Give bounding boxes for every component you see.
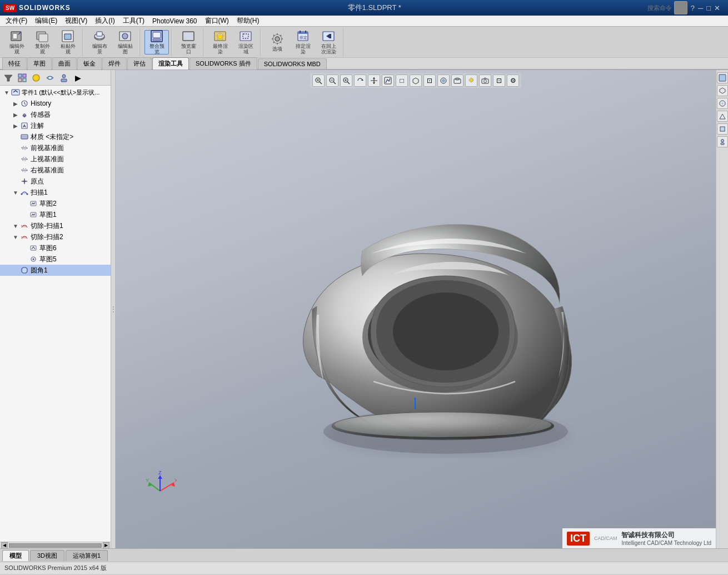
- vp-model-color-btn[interactable]: [437, 75, 450, 87]
- schedule-render-button[interactable]: 排定 排定渲染: [291, 30, 315, 54]
- render-region-button[interactable]: 渲染区域: [233, 30, 258, 54]
- tree-top-plane[interactable]: 上视基准面: [0, 153, 111, 165]
- tree-history[interactable]: ▶ History: [0, 98, 111, 109]
- tab-sketch[interactable]: 草图: [27, 57, 52, 70]
- feature-tree-icons-btn4[interactable]: [58, 72, 70, 84]
- rp-btn1[interactable]: [717, 72, 728, 83]
- rp-btn2[interactable]: [717, 85, 728, 96]
- tree-cut-sweep2[interactable]: ▼ 切除-扫描2: [0, 231, 111, 242]
- vp-lights-btn[interactable]: [465, 75, 477, 87]
- menu-window[interactable]: 窗口(W): [202, 15, 232, 27]
- tree-sweep1[interactable]: ▼ 扫描1: [0, 187, 111, 198]
- vp-rotate-btn[interactable]: [354, 75, 366, 87]
- tree-fillet1-expander[interactable]: [11, 266, 20, 275]
- last-render-button[interactable]: 在回上次渲染: [316, 30, 341, 54]
- tree-sweep1-expander[interactable]: ▼: [11, 188, 20, 197]
- tree-sensor[interactable]: ▶ 传感器: [0, 109, 111, 120]
- tab-surface[interactable]: 曲面: [52, 57, 77, 70]
- tree-front-plane[interactable]: 前视基准面: [0, 142, 111, 153]
- edit-decal-button[interactable]: 编辑贴图: [113, 30, 137, 54]
- vp-zoom-in-btn[interactable]: [340, 75, 352, 87]
- maximize-button[interactable]: □: [706, 4, 711, 12]
- tree-cut-sweep1[interactable]: ▼ 切除-扫描1: [0, 220, 111, 231]
- bottom-tab-3d-view[interactable]: 3D视图: [30, 550, 64, 561]
- edit-outside-view-button[interactable]: 编辑外观: [4, 30, 29, 54]
- final-render-button[interactable]: 最终渲染: [208, 30, 232, 54]
- rp-btn6[interactable]: [717, 136, 728, 147]
- search-box[interactable]: [674, 1, 687, 14]
- tree-cut-sweep1-expander[interactable]: ▼: [11, 221, 20, 230]
- tab-weldment[interactable]: 焊件: [102, 57, 127, 70]
- menu-tools[interactable]: 工具(T): [119, 15, 148, 27]
- feature-tree-icons-btn2[interactable]: [30, 72, 42, 84]
- tree-sketch2-expander[interactable]: [20, 199, 29, 208]
- vp-view-settings-btn[interactable]: ⚙: [507, 75, 519, 87]
- tree-front-plane-expander[interactable]: [11, 143, 20, 152]
- tree-sketch5[interactable]: 草图5: [0, 254, 111, 265]
- tree-fillet1[interactable]: 圆角1: [0, 265, 111, 276]
- options-button[interactable]: 选项: [265, 30, 290, 54]
- help-button[interactable]: ?: [691, 4, 695, 12]
- tab-solidworks-plugins[interactable]: SOLIDWORKS 插件: [190, 57, 257, 70]
- tab-solidworks-mbd[interactable]: SOLIDWORKS MBD: [258, 58, 327, 69]
- tab-sheet-metal[interactable]: 钣金: [77, 57, 102, 70]
- bottom-tab-model[interactable]: 模型: [2, 550, 29, 561]
- tree-sketch2[interactable]: 草图2: [0, 198, 111, 209]
- vp-hide-show-btn[interactable]: ⊡: [493, 75, 505, 87]
- rp-btn4[interactable]: [717, 111, 728, 122]
- menu-edit[interactable]: 编辑(E): [32, 15, 61, 27]
- tree-annotation-expander[interactable]: ▶: [11, 121, 20, 130]
- menu-file[interactable]: 文件(F): [2, 15, 31, 27]
- tree-cut-sweep2-expander[interactable]: ▼: [11, 232, 20, 241]
- tree-sketch6[interactable]: 草图6: [0, 242, 111, 254]
- vp-pan-btn[interactable]: [368, 75, 380, 87]
- close-button[interactable]: ✕: [714, 4, 720, 12]
- copy-appearance-button[interactable]: 复制外观: [30, 30, 54, 54]
- tree-sketch5-expander[interactable]: [20, 255, 29, 264]
- menu-photoview[interactable]: PhotoView 360: [149, 16, 201, 26]
- viewport[interactable]: □ ⊡ ⊡ ⚙: [116, 70, 716, 548]
- tree-sketch1[interactable]: 草图1: [0, 209, 111, 220]
- tab-render-tools[interactable]: 渲染工具: [152, 57, 189, 70]
- tree-sketch6-expander[interactable]: [20, 244, 29, 252]
- tree-top-plane-expander[interactable]: [11, 155, 20, 163]
- tree-root-expander[interactable]: ▼: [2, 88, 11, 97]
- tree-root[interactable]: ▼ 零件1 (默认<<默认>显示状...: [0, 87, 111, 98]
- vp-camera-btn[interactable]: [479, 75, 491, 87]
- vp-zoom-to-fit-btn[interactable]: [312, 75, 325, 87]
- menu-help[interactable]: 帮助(H): [233, 15, 263, 27]
- tree-sketch1-expander[interactable]: [20, 210, 29, 219]
- integrated-preview-button[interactable]: 整合预览: [144, 30, 169, 54]
- feature-tree-expand-btn[interactable]: ▶: [72, 72, 84, 84]
- bottom-tab-motion[interactable]: 运动算例1: [66, 550, 108, 561]
- feature-filter-button[interactable]: [2, 72, 14, 84]
- edit-scene-button[interactable]: 编辑布景: [87, 30, 112, 54]
- tab-feature[interactable]: 特征: [2, 57, 27, 70]
- tree-origin[interactable]: 原点: [0, 176, 111, 187]
- menu-view[interactable]: 视图(V): [62, 15, 91, 27]
- preview-window-button[interactable]: 预览窗口: [176, 30, 201, 54]
- tree-history-expander[interactable]: ▶: [11, 99, 20, 108]
- scroll-thumb[interactable]: [9, 543, 102, 548]
- tree-annotation[interactable]: ▶ A 注解: [0, 120, 111, 131]
- search-input[interactable]: [647, 4, 714, 11]
- vp-section-view-btn[interactable]: □: [396, 75, 408, 87]
- resize-handle[interactable]: [111, 70, 116, 548]
- vp-standard-views-btn[interactable]: ⊡: [423, 75, 436, 87]
- paste-appearance-button[interactable]: 粘贴外观: [56, 30, 80, 54]
- scroll-left-arrow[interactable]: ◀: [1, 542, 8, 549]
- minimize-button[interactable]: ─: [698, 4, 703, 12]
- rp-btn5[interactable]: [717, 123, 728, 135]
- tree-sensor-expander[interactable]: ▶: [11, 110, 20, 119]
- vp-3d-view-btn[interactable]: [410, 75, 422, 87]
- left-panel-scrollbar[interactable]: ◀ ▶: [0, 542, 111, 548]
- rp-btn3[interactable]: [717, 98, 728, 109]
- feature-tree-icons-btn3[interactable]: [44, 72, 56, 84]
- feature-tree-icons-btn1[interactable]: [16, 72, 28, 84]
- tree-right-plane[interactable]: 右视基准面: [0, 165, 111, 176]
- tree-material-expander[interactable]: [11, 132, 20, 141]
- tree-material[interactable]: 材质 <未指定>: [0, 131, 111, 142]
- vp-display-mode-btn[interactable]: [382, 75, 394, 87]
- scroll-right-arrow[interactable]: ▶: [103, 542, 109, 549]
- menu-insert[interactable]: 插入(I): [92, 15, 118, 27]
